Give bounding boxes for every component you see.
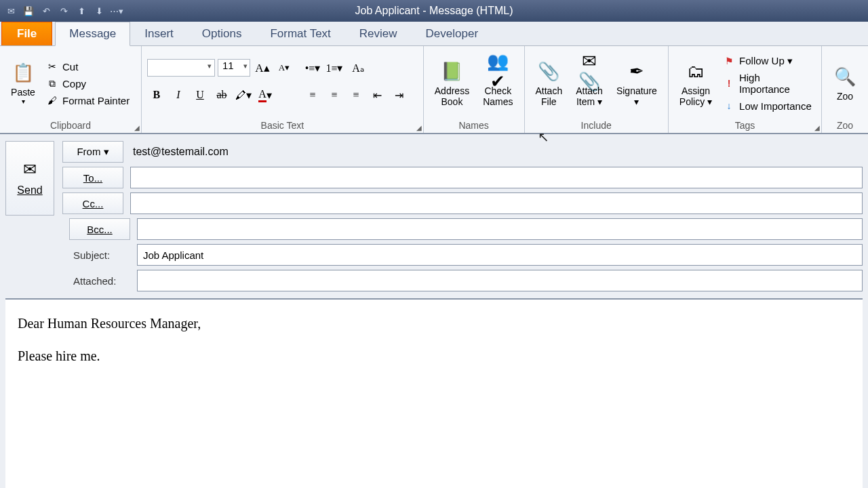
check-names-button[interactable]: 👥✔Check Names xyxy=(477,49,518,118)
attach-item-button[interactable]: ✉📎Attach Item ▾ xyxy=(570,49,608,118)
attach-file-label: Attach File xyxy=(536,85,563,107)
follow-up-button[interactable]: ⚑Follow Up ▾ xyxy=(720,54,816,68)
send-button[interactable]: ✉ Send xyxy=(5,141,54,216)
to-input[interactable] xyxy=(130,167,863,188)
send-label: Send xyxy=(17,184,42,197)
font-color-icon: A xyxy=(258,88,267,102)
strike-icon: ab xyxy=(216,89,226,101)
tab-options[interactable]: Options xyxy=(188,22,256,45)
redo-icon[interactable]: ↷ xyxy=(57,4,71,18)
bold-button[interactable]: B xyxy=(147,86,166,104)
to-button[interactable]: To... xyxy=(62,167,123,188)
group-zoom: 🔍Zoo Zoo xyxy=(822,46,868,133)
paste-label: Paste xyxy=(11,87,35,98)
align-center-icon: ≡ xyxy=(331,89,337,101)
italic-button[interactable]: I xyxy=(169,86,188,104)
save-icon[interactable]: 💾 xyxy=(22,4,35,18)
from-button[interactable]: From ▾ xyxy=(62,141,123,163)
basic-text-launcher-icon[interactable]: ◢ xyxy=(416,124,422,131)
assign-policy-button[interactable]: 🗂Assign Policy ▾ xyxy=(674,49,717,118)
zoom-label: Zoo xyxy=(837,91,853,102)
copy-button[interactable]: ⧉Copy xyxy=(43,76,132,91)
group-basic-text: 11 A▴ A▾ B I U ab 🖍▾ A▾ •≡▾ 1≡▾ Aₐ xyxy=(142,46,424,133)
from-value: test@testemail.com xyxy=(130,146,229,158)
bold-icon: B xyxy=(153,89,161,101)
cc-button[interactable]: Cc... xyxy=(62,192,123,214)
title-bar: ✉ 💾 ↶ ↷ ⬆ ⬇ ⋯▾ Job Applicant - Message (… xyxy=(0,0,868,22)
bullets-icon: •≡▾ xyxy=(305,62,321,75)
address-book-label: Address Book xyxy=(435,85,469,107)
signature-label: Signature ▾ xyxy=(616,85,657,107)
align-left-icon: ≡ xyxy=(309,89,315,101)
align-center-button[interactable]: ≡ xyxy=(325,86,344,104)
clipboard-launcher-icon[interactable]: ◢ xyxy=(134,124,140,131)
italic-icon: I xyxy=(176,89,180,101)
ribbon: 📋 Paste ▾ ✂Cut ⧉Copy 🖌Format Painter Cli… xyxy=(0,46,868,134)
bcc-label: Bcc... xyxy=(87,224,113,235)
tags-launcher-icon[interactable]: ◢ xyxy=(814,124,820,131)
zoom-button[interactable]: 🔍Zoo xyxy=(827,49,863,118)
underline-button[interactable]: U xyxy=(191,86,210,104)
font-size-combo[interactable]: 11 xyxy=(218,59,250,77)
clear-format-icon: Aₐ xyxy=(352,62,364,75)
address-book-icon: 📗 xyxy=(439,60,464,84)
bullets-button[interactable]: •≡▾ xyxy=(303,59,322,77)
check-names-icon: 👥✔ xyxy=(486,60,510,84)
bcc-input[interactable] xyxy=(137,218,863,240)
paste-button[interactable]: 📋 Paste ▾ xyxy=(5,49,41,118)
cut-icon: ✂ xyxy=(46,60,58,73)
undo-icon[interactable]: ↶ xyxy=(39,4,53,18)
shrink-font-icon: A▾ xyxy=(279,62,290,73)
align-left-button[interactable]: ≡ xyxy=(303,86,322,104)
quick-access-toolbar: ✉ 💾 ↶ ↷ ⬆ ⬇ ⋯▾ xyxy=(0,4,127,18)
previous-icon[interactable]: ⬆ xyxy=(75,4,88,18)
clear-format-button[interactable]: Aₐ xyxy=(347,59,370,77)
tab-review[interactable]: Review xyxy=(345,22,412,45)
cc-input[interactable] xyxy=(130,192,863,214)
flag-icon: ⚑ xyxy=(723,55,735,67)
highlight-button[interactable]: 🖍▾ xyxy=(234,86,253,104)
assign-policy-label: Assign Policy ▾ xyxy=(679,85,712,107)
bcc-button[interactable]: Bcc... xyxy=(69,218,130,240)
font-name-combo[interactable] xyxy=(147,59,215,77)
check-names-label: Check Names xyxy=(483,85,513,107)
body-paragraph: Please hire me. xyxy=(18,346,850,366)
tab-format-text[interactable]: Format Text xyxy=(256,22,344,45)
compose-header: ✉ Send From ▾ test@testemail.com To... C… xyxy=(0,134,868,488)
align-right-button[interactable]: ≡ xyxy=(347,86,366,104)
low-importance-label: Low Importance xyxy=(739,100,812,112)
high-importance-button[interactable]: !High Importance xyxy=(720,70,816,96)
message-body[interactable]: Dear Human Resources Manager, Please hir… xyxy=(5,298,863,488)
grow-font-button[interactable]: A▴ xyxy=(253,59,272,77)
copy-icon: ⧉ xyxy=(46,77,58,89)
follow-up-label: Follow Up ▾ xyxy=(739,55,793,67)
subject-input[interactable] xyxy=(137,244,863,266)
group-tags: 🗂Assign Policy ▾ ⚑Follow Up ▾ !High Impo… xyxy=(669,46,822,133)
font-color-button[interactable]: A▾ xyxy=(256,86,275,104)
tab-message[interactable]: Message xyxy=(55,22,130,46)
zoom-icon: 🔍 xyxy=(833,65,857,89)
cut-button[interactable]: ✂Cut xyxy=(43,59,132,74)
tab-developer[interactable]: Developer xyxy=(412,22,493,45)
address-book-button[interactable]: 📗Address Book xyxy=(429,49,475,118)
signature-button[interactable]: ✒Signature ▾ xyxy=(611,49,663,118)
numbering-button[interactable]: 1≡▾ xyxy=(325,59,344,77)
low-importance-button[interactable]: ↓Low Importance xyxy=(720,98,816,113)
tab-file[interactable]: File xyxy=(1,22,52,45)
outdent-button[interactable]: ⇤ xyxy=(368,86,387,104)
window-title: Job Applicant - Message (HTML) xyxy=(355,5,513,17)
strike-button[interactable]: ab xyxy=(212,86,231,104)
body-paragraph: Dear Human Resources Manager, xyxy=(18,313,850,333)
format-painter-button[interactable]: 🖌Format Painter xyxy=(43,93,132,108)
qat-more-icon[interactable]: ⋯▾ xyxy=(110,4,123,18)
ribbon-tabs: File Message Insert Options Format Text … xyxy=(0,22,868,46)
cut-label: Cut xyxy=(62,61,78,73)
attached-input[interactable] xyxy=(137,270,863,291)
attached-label: Attached: xyxy=(69,275,130,287)
next-icon[interactable]: ⬇ xyxy=(92,4,106,18)
signature-icon: ✒ xyxy=(625,60,649,84)
shrink-font-button[interactable]: A▾ xyxy=(275,59,294,77)
tab-insert[interactable]: Insert xyxy=(130,22,188,45)
indent-button[interactable]: ⇥ xyxy=(390,86,409,104)
attach-file-button[interactable]: 📎Attach File xyxy=(530,49,568,118)
